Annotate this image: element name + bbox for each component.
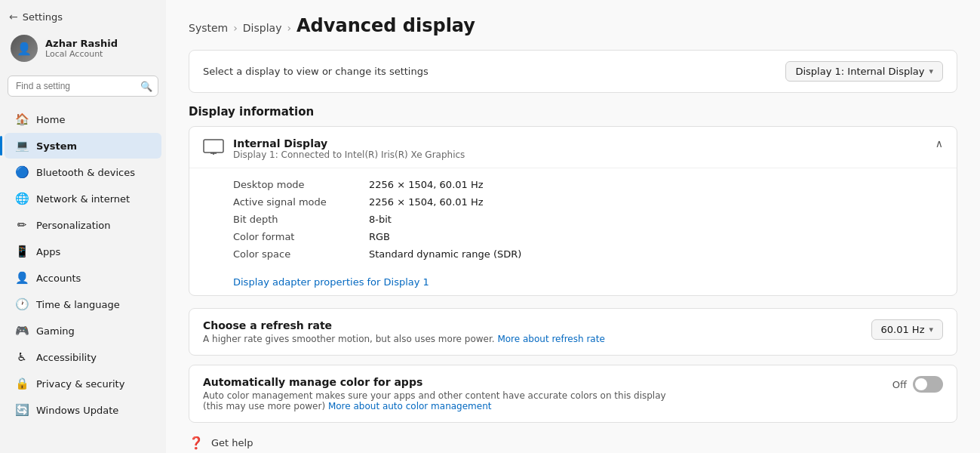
refresh-rate-card: Choose a refresh rate A higher rate give… xyxy=(189,308,957,356)
display-subtitle: Display 1: Connected to Intel(R) Iris(R)… xyxy=(233,149,465,160)
network-icon: 🌐 xyxy=(15,192,29,205)
refresh-rate-dropdown[interactable]: 60.01 Hz ▾ xyxy=(871,319,943,340)
gaming-icon: 🎮 xyxy=(15,324,29,337)
get-help-icon: ❓ xyxy=(189,435,204,450)
specs-table: Desktop mode 2256 × 1504, 60.01 Hz Activ… xyxy=(189,168,957,270)
sidebar-item-label: Network & internet xyxy=(36,193,130,205)
display-name: Internal Display xyxy=(233,137,465,149)
sidebar-item-system[interactable]: 💻 System xyxy=(5,133,161,159)
display-selector-card: Select a display to view or change its s… xyxy=(189,50,957,93)
auto-color-toggle-group: Off xyxy=(892,376,943,393)
auto-color-card: Automatically manage color for apps Auto… xyxy=(189,365,957,423)
sidebar-item-label: System xyxy=(36,140,77,152)
account-type: Local Account xyxy=(45,49,118,59)
user-name: Azhar Rashid xyxy=(45,38,118,49)
main-content: System › Display › Advanced display Sele… xyxy=(166,0,980,453)
spec-value: Standard dynamic range (SDR) xyxy=(369,248,521,260)
apps-icon: 📱 xyxy=(15,245,29,258)
sidebar-item-accounts[interactable]: 👤 Accounts xyxy=(5,265,161,291)
sidebar-item-label: Privacy & security xyxy=(36,378,124,390)
refresh-rate-label: Choose a refresh rate xyxy=(203,319,605,331)
search-input[interactable] xyxy=(8,76,158,97)
back-nav[interactable]: ← Settings xyxy=(0,6,166,27)
windows-update-icon: 🔄 xyxy=(15,403,29,417)
refresh-rate-desc: A higher rate gives smoother motion, but… xyxy=(203,334,605,344)
spec-value: RGB xyxy=(369,231,390,242)
section-title-display-info: Display information xyxy=(189,105,957,119)
info-card-header: Internal Display Display 1: Connected to… xyxy=(189,127,957,168)
table-row: Color space Standard dynamic range (SDR) xyxy=(233,245,943,263)
sidebar-item-time[interactable]: 🕐 Time & language xyxy=(5,291,161,317)
adapter-properties-link[interactable]: Display adapter properties for Display 1 xyxy=(189,270,957,295)
nav-list: 🏠 Home 💻 System 🔵 Bluetooth & devices 🌐 … xyxy=(0,106,166,453)
refresh-rate-info: Choose a refresh rate A higher rate give… xyxy=(203,319,605,344)
sidebar: ← Settings 👤 Azhar Rashid Local Account … xyxy=(0,0,166,453)
collapse-button[interactable]: ∧ xyxy=(935,137,943,149)
avatar: 👤 xyxy=(11,35,38,62)
auto-color-row: Automatically manage color for apps Auto… xyxy=(203,376,943,411)
privacy-icon: 🔒 xyxy=(15,377,29,390)
display-title-group: Internal Display Display 1: Connected to… xyxy=(233,137,465,160)
system-icon: 💻 xyxy=(15,139,29,153)
sidebar-item-accessibility[interactable]: ♿ Accessibility xyxy=(5,344,161,370)
sidebar-item-label: Accessibility xyxy=(36,352,97,363)
breadcrumb: System › Display › Advanced display xyxy=(189,15,957,36)
display-info-card: Internal Display Display 1: Connected to… xyxy=(189,126,957,296)
sidebar-item-label: Accounts xyxy=(36,273,81,284)
refresh-rate-link[interactable]: More about refresh rate xyxy=(497,334,604,344)
sidebar-item-label: Bluetooth & devices xyxy=(36,167,135,178)
sidebar-item-label: Home xyxy=(36,114,65,125)
spec-value: 2256 × 1504, 60.01 Hz xyxy=(369,196,484,208)
chevron-down-icon: ▾ xyxy=(929,66,933,76)
refresh-rate-row: Choose a refresh rate A higher rate give… xyxy=(203,319,943,344)
spec-key: Color format xyxy=(233,231,369,242)
search-box: 🔍 xyxy=(8,76,158,97)
user-profile: 👤 Azhar Rashid Local Account xyxy=(0,27,166,69)
sidebar-item-windows-update[interactable]: 🔄 Windows Update xyxy=(5,397,161,423)
breadcrumb-sep-2: › xyxy=(287,22,291,34)
spec-key: Color space xyxy=(233,248,369,260)
personalization-icon: ✏️ xyxy=(15,218,29,232)
table-row: Desktop mode 2256 × 1504, 60.01 Hz xyxy=(233,176,943,193)
sidebar-item-apps[interactable]: 📱 Apps xyxy=(5,239,161,264)
sidebar-item-label: Gaming xyxy=(36,325,75,337)
svg-rect-0 xyxy=(204,140,223,153)
auto-color-toggle[interactable] xyxy=(913,376,943,393)
auto-color-label: Automatically manage color for apps xyxy=(203,376,671,388)
auto-color-link[interactable]: More about auto color management xyxy=(328,401,492,411)
table-row: Color format RGB xyxy=(233,228,943,245)
breadcrumb-sep-1: › xyxy=(233,22,238,34)
sidebar-item-network[interactable]: 🌐 Network & internet xyxy=(5,186,161,211)
breadcrumb-display[interactable]: Display xyxy=(243,22,282,34)
display-name-group: Internal Display Display 1: Connected to… xyxy=(203,137,465,160)
user-info: Azhar Rashid Local Account xyxy=(45,38,118,59)
display-selector-label: Select a display to view or change its s… xyxy=(203,66,429,77)
bluetooth-icon: 🔵 xyxy=(15,165,29,179)
spec-key: Desktop mode xyxy=(233,179,369,190)
spec-value: 2256 × 1504, 60.01 Hz xyxy=(369,179,484,190)
display-dropdown-value: Display 1: Internal Display xyxy=(795,66,924,77)
sidebar-item-gaming[interactable]: 🎮 Gaming xyxy=(5,318,161,344)
footer-links: ❓ Get help 📝 Give feedback xyxy=(189,435,957,453)
refresh-rate-value: 60.01 Hz xyxy=(881,324,925,335)
page-title: Advanced display xyxy=(296,15,475,36)
accounts-icon: 👤 xyxy=(15,271,29,285)
search-icon: 🔍 xyxy=(140,81,152,92)
sidebar-item-home[interactable]: 🏠 Home xyxy=(5,106,161,132)
chevron-down-icon: ▾ xyxy=(929,325,933,334)
get-help-link[interactable]: ❓ Get help xyxy=(189,435,957,450)
back-label: Settings xyxy=(23,11,63,23)
auto-color-info: Automatically manage color for apps Auto… xyxy=(203,376,671,411)
breadcrumb-system[interactable]: System xyxy=(189,22,228,34)
toggle-state-label: Off xyxy=(892,379,907,390)
sidebar-item-privacy[interactable]: 🔒 Privacy & security xyxy=(5,371,161,396)
monitor-icon xyxy=(203,139,224,156)
sidebar-item-bluetooth[interactable]: 🔵 Bluetooth & devices xyxy=(5,159,161,185)
back-arrow-icon: ← xyxy=(9,11,18,23)
sidebar-item-label: Time & language xyxy=(36,299,120,310)
refresh-rate-desc-text: A higher rate gives smoother motion, but… xyxy=(203,334,495,344)
sidebar-item-personalization[interactable]: ✏️ Personalization xyxy=(5,212,161,238)
home-icon: 🏠 xyxy=(15,112,29,126)
display-dropdown[interactable]: Display 1: Internal Display ▾ xyxy=(785,61,943,82)
accessibility-icon: ♿ xyxy=(15,350,29,364)
